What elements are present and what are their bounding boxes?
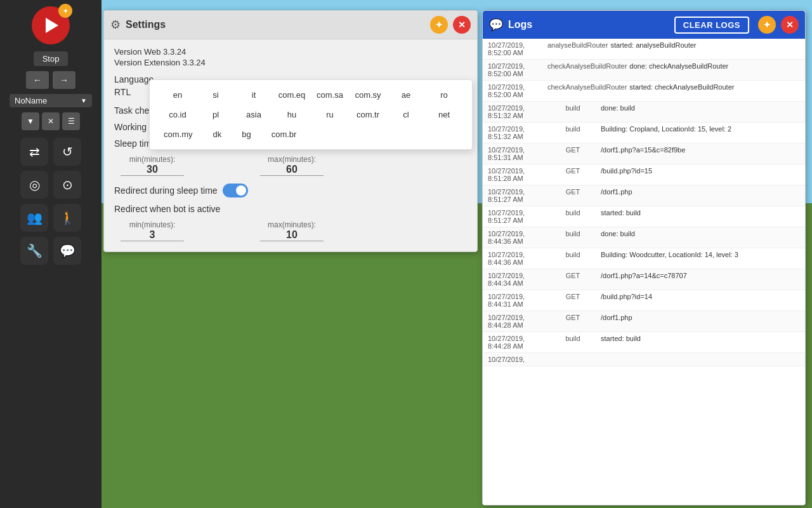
log-row: 10/27/2019,8:52:00 AM checkAnalyseBuildR… <box>483 60 805 81</box>
log-msg: /build.php?id=14 <box>601 293 800 300</box>
refresh-icon-btn[interactable]: ↺ <box>53 138 81 166</box>
lang-com-sa[interactable]: com.sa <box>312 88 348 102</box>
language-label: Language <box>114 74 154 84</box>
version-ext: Version Extension 3.3.24 <box>114 58 467 67</box>
sidebar: ✦ Stop ← → NoName ▼ ▼ ✕ ☰ ⇄ ↺ ◎ ⊙ 👥 🚶 🔧 … <box>0 0 102 508</box>
lang-it[interactable]: it <box>236 88 272 102</box>
nav-right-button[interactable]: → <box>53 71 75 89</box>
log-row: 10/27/2019,8:51:32 AM build Building: Cr… <box>483 123 805 144</box>
sleep-min-label: min(minutes): <box>129 155 176 164</box>
log-time: 10/27/2019,8:44:34 AM <box>488 272 545 287</box>
redirect-active-label: Redirect when bot is active <box>114 204 220 214</box>
sleep-max-label: max(minutes): <box>268 155 316 164</box>
log-type: GET <box>547 293 598 300</box>
lang-dk[interactable]: dk <box>209 127 226 142</box>
log-row: 10/27/2019,8:44:36 AM build done: build <box>483 227 805 248</box>
log-type: build <box>547 125 598 133</box>
lang-ru[interactable]: ru <box>312 107 348 122</box>
profile-name: NoName <box>15 96 78 105</box>
settings-icon: ⚙ <box>110 18 121 32</box>
log-msg: /build.php?id=15 <box>601 167 800 175</box>
lang-asia[interactable]: asia <box>236 107 272 122</box>
logs-close-btn[interactable]: ✕ <box>781 16 799 34</box>
log-type: GET <box>547 314 598 321</box>
log-msg: done: build <box>601 230 800 237</box>
log-row: 10/27/2019,8:51:32 AM build done: build <box>483 102 805 123</box>
lang-com-br[interactable]: com.br <box>268 127 301 142</box>
redirect-active-row: Redirect when bot is active <box>114 204 467 214</box>
redirect-sleep-toggle[interactable] <box>223 184 248 197</box>
log-msg: /dorf1.php <box>601 314 800 321</box>
lang-hu[interactable]: hu <box>274 107 310 122</box>
close-profile-btn[interactable]: ✕ <box>42 112 60 130</box>
target2-icon-btn[interactable]: ⊙ <box>53 171 81 199</box>
lang-co-id[interactable]: co.id <box>160 107 195 122</box>
redirect-time-headers: min(minutes): max(minutes): <box>114 220 467 241</box>
language-grid: en si it com.eq com.sa com.sy ae ro co.i… <box>160 88 462 122</box>
log-type: build <box>547 251 598 258</box>
log-row: 10/27/2019, <box>483 353 805 366</box>
nav-arrows: ← → <box>26 71 75 89</box>
lang-com-sy[interactable]: com.sy <box>350 88 386 102</box>
stop-button[interactable]: Stop <box>34 51 69 66</box>
log-time: 10/27/2019,8:52:00 AM <box>488 41 545 57</box>
redirect-sleep-row: Redirect during sleep time <box>114 184 467 197</box>
log-row: 10/27/2019,8:44:34 AM GET /dorf1.php?a=1… <box>483 269 805 290</box>
chat-icon-btn[interactable]: 💬 <box>53 237 81 265</box>
badge-overlay: ✦ <box>58 4 72 18</box>
target-icon-btn[interactable]: ◎ <box>20 171 48 199</box>
lang-si[interactable]: si <box>198 88 233 102</box>
lang-com-my[interactable]: com.my <box>160 127 197 142</box>
lang-cl[interactable]: cl <box>388 107 424 122</box>
chevron-down-icon: ▼ <box>81 97 87 104</box>
log-time: 10/27/2019,8:51:28 AM <box>488 167 545 182</box>
people-icon-btn[interactable]: 👥 <box>20 204 48 232</box>
wrench-icon-btn[interactable]: 🔧 <box>20 237 48 265</box>
clear-logs-button[interactable]: CLEAR LOGS <box>674 17 749 34</box>
logs-minimize-btn[interactable]: ✦ <box>758 16 776 34</box>
sleep-min-input[interactable] <box>121 164 184 176</box>
log-time: 10/27/2019,8:51:32 AM <box>488 125 545 140</box>
sleep-time-headers: min(minutes): max(minutes): <box>114 155 467 176</box>
lang-com-eq[interactable]: com.eq <box>274 88 310 102</box>
lang-com-tr[interactable]: com.tr <box>350 107 386 122</box>
log-row: 10/27/2019,8:44:31 AM GET /build.php?id=… <box>483 290 805 311</box>
log-row: 10/27/2019,8:51:27 AM GET /dorf1.php <box>483 185 805 206</box>
list-btn[interactable]: ☰ <box>62 112 80 130</box>
badge-icon: ✦ <box>63 8 68 15</box>
log-type: build <box>547 104 598 112</box>
log-time: 10/27/2019,8:51:32 AM <box>488 104 545 119</box>
lang-pl[interactable]: pl <box>198 107 233 122</box>
log-time: 10/27/2019, <box>488 356 545 363</box>
log-time: 10/27/2019,8:44:31 AM <box>488 293 545 308</box>
person-icon-btn[interactable]: 🚶 <box>53 204 81 232</box>
log-row: 10/27/2019,8:52:00 AM analyseBuildRouter… <box>483 39 805 60</box>
redirect-max-input[interactable] <box>260 229 324 241</box>
log-msg: /dorf1.php?a=14&c=c78707 <box>601 272 800 279</box>
lang-net[interactable]: net <box>426 107 462 122</box>
lang-ro[interactable]: ro <box>426 88 462 102</box>
log-msg: Building: Cropland, LocationId: 15, leve… <box>601 125 800 133</box>
log-msg: done: checkAnalyseBuildRouter <box>629 62 800 70</box>
nav-left-button[interactable]: ← <box>26 71 49 89</box>
settings-minimize-btn[interactable]: ✦ <box>430 16 448 34</box>
sleep-max-input[interactable] <box>260 164 324 176</box>
log-row: 10/27/2019,8:51:27 AM build started: bui… <box>483 206 805 227</box>
dropdown-btn[interactable]: ▼ <box>22 112 39 130</box>
lang-bg[interactable]: bg <box>238 127 254 142</box>
swap-icon-btn[interactable]: ⇄ <box>20 138 48 166</box>
profile-row[interactable]: NoName ▼ <box>10 94 92 107</box>
log-time: 10/27/2019,8:44:36 AM <box>488 251 545 266</box>
log-type: analyseBuildRouter <box>547 41 608 49</box>
log-type: GET <box>547 167 598 175</box>
redirect-max-label: max(minutes): <box>268 220 316 229</box>
redirect-min-input[interactable] <box>121 229 184 241</box>
log-msg: started: build <box>601 335 800 342</box>
lang-ae[interactable]: ae <box>388 88 424 102</box>
lang-row3: com.my dk bg com.br <box>160 127 462 142</box>
settings-title: Settings <box>126 19 425 30</box>
toggle-knob-2 <box>236 185 246 196</box>
settings-close-btn[interactable]: ✕ <box>453 16 471 34</box>
logs-content[interactable]: 10/27/2019,8:52:00 AM analyseBuildRouter… <box>483 39 805 505</box>
lang-en[interactable]: en <box>160 88 195 102</box>
